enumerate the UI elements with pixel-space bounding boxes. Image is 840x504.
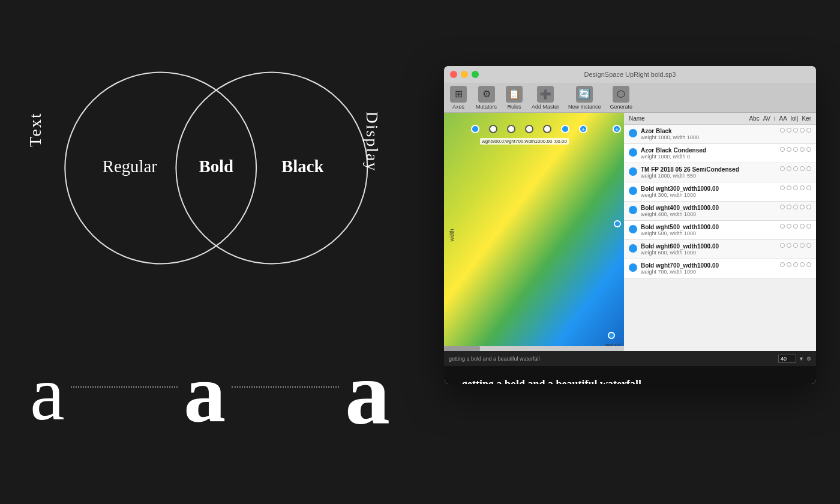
radio-dot[interactable] [800,243,805,248]
radio-dot[interactable] [806,243,811,248]
radio-dot[interactable] [787,205,791,209]
list-item: Azor Black weight 1000, width 1000 [624,125,816,144]
instance-info: Azor Black weight 1000, width 1000 [641,128,780,140]
radio-dot[interactable] [787,262,791,267]
toolbar-mutators[interactable]: ⚙ Mutators [476,86,497,110]
instance-sub: weight 400, width 1000 [641,211,780,217]
preview-control[interactable]: ⚙ [806,356,811,362]
new-instance-label: New Instance [568,104,601,110]
toolbar-generate[interactable]: ⬡ Generate [610,86,633,110]
toolbar-rules[interactable]: 📋 Rules [506,86,523,110]
node-2[interactable] [489,125,497,133]
radio-dot[interactable] [793,262,798,267]
radio-dot[interactable] [780,166,785,171]
radio-dot[interactable] [806,205,811,209]
node-add-left[interactable]: + [579,125,587,133]
generate-label: Generate [610,104,633,110]
radio-dot[interactable] [793,147,798,152]
radio-group [780,262,811,267]
radio-dot[interactable] [780,147,785,152]
radio-dot[interactable] [793,166,798,171]
bottom-node[interactable] [608,332,615,339]
toolbar-add-master[interactable]: ➕ Add Master [532,86,559,110]
radio-group [780,205,811,209]
radio-dot[interactable] [780,185,785,190]
add-master-label: Add Master [532,104,559,110]
node-3[interactable] [507,125,515,133]
instance-info: Bold wght400_wdth1000.00 weight 400, wid… [641,205,780,217]
instance-sub: weight 1000, width 1000 [641,134,780,140]
radio-dot[interactable] [780,262,785,267]
radio-dot[interactable] [806,185,811,190]
radio-dot[interactable] [800,185,805,190]
minimize-button[interactable] [461,71,468,78]
scrollbar-h[interactable] [444,346,624,351]
list-item: Bold wght300_wdth1000.00 weight 300, wid… [624,182,816,202]
radio-dot[interactable] [787,147,791,152]
preview-text: getting a bold and a beautiful waterfall [449,356,778,362]
radio-dot[interactable] [793,185,798,190]
col-av: AV [763,115,771,122]
radio-dot[interactable] [800,147,805,152]
instance-dot [629,167,637,176]
instance-dot [629,206,637,214]
toolbar-new-instance[interactable]: 🔄 New Instance [568,86,601,110]
radio-dot[interactable] [800,205,805,209]
letter-a-bold: a [184,351,226,435]
node-1[interactable] [471,125,479,133]
radio-dot[interactable] [806,262,811,267]
radio-dot[interactable] [793,224,798,229]
radio-dot[interactable] [806,128,811,133]
instance-name: Bold wght500_wdth1000.00 [641,224,780,230]
radio-dot[interactable] [787,128,791,133]
instance-name: Bold wght600_wdth1000.00 [641,243,780,250]
instance-sub: weight 300, width 1000 [641,192,780,198]
venn-black-label: Black [281,157,323,176]
letter-specimens: a a a [30,348,390,438]
radio-dot[interactable] [800,166,805,171]
radio-dot[interactable] [787,243,791,248]
col-abc: Abc [749,115,759,122]
scrollbar-thumb-h[interactable] [444,346,480,351]
col-lol: lol| [791,115,799,122]
node-add-right[interactable]: + [613,125,621,133]
radio-dot[interactable] [793,243,798,248]
size-input[interactable] [778,355,796,363]
radio-group [780,147,811,152]
radio-dot[interactable] [787,224,791,229]
node-4[interactable] [525,125,533,133]
waterfall-panel: getting a bold and a beautiful waterfall… [444,366,816,384]
toolbar-axes[interactable]: ⊞ Axes [450,86,467,110]
side-node[interactable] [614,220,621,227]
size-dropdown[interactable]: ▼ [799,356,804,362]
text-preview-bar: getting a bold and a beautiful waterfall… [444,351,816,366]
radio-dot[interactable] [780,128,785,133]
radio-dot[interactable] [780,243,785,248]
radio-dot[interactable] [806,166,811,171]
instance-sub: weight 1000, width 550 [641,173,780,179]
instance-controls [780,166,811,171]
radio-dot[interactable] [793,128,798,133]
radio-dot[interactable] [800,128,805,133]
radio-dot[interactable] [787,185,791,190]
radio-dot[interactable] [800,262,805,267]
radio-dot[interactable] [780,224,785,229]
instance-dot [629,244,637,253]
instance-name: Bold wght700_wdth1000.00 [641,262,780,269]
radio-dot[interactable] [793,205,798,209]
maximize-button[interactable] [472,71,479,78]
col-i: i [774,115,775,122]
waterfall-line-1: getting a bold and a beautiful waterfall [462,378,798,384]
radio-dot[interactable] [806,147,811,152]
instance-dot [629,187,637,195]
radio-dot[interactable] [800,224,805,229]
radio-dot[interactable] [787,166,791,171]
node-5[interactable] [543,125,551,133]
close-button[interactable] [450,71,457,78]
letter-a-light: a [30,354,65,432]
radio-dot[interactable] [806,224,811,229]
venn-regular-label: Regular [103,157,158,176]
node-6[interactable] [561,125,569,133]
radio-dot[interactable] [780,205,785,209]
radio-group [780,224,811,229]
